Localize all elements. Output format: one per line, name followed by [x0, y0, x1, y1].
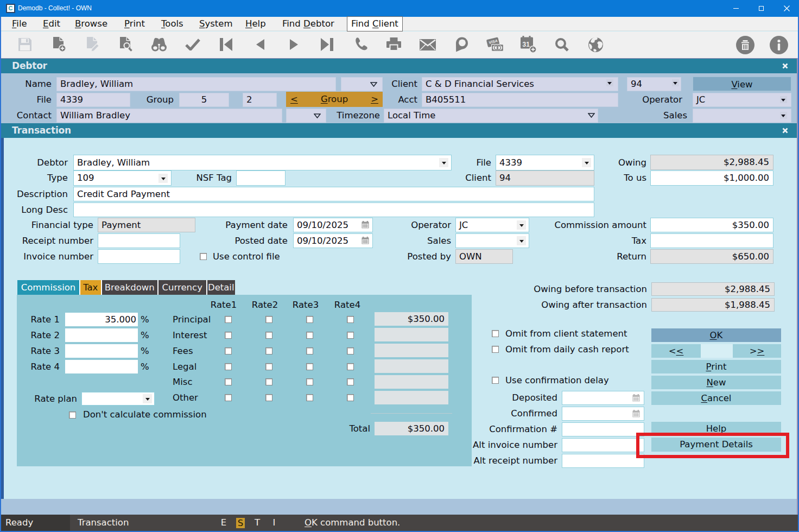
tab-tax[interactable]: Tax — [80, 280, 102, 295]
alt-receipt-field[interactable] — [562, 454, 644, 468]
delete-trash-icon[interactable] — [736, 36, 754, 54]
omit-daily-checkbox[interactable] — [492, 346, 499, 353]
menu-file[interactable]: File — [12, 17, 27, 31]
chevron-down-icon[interactable] — [588, 113, 595, 118]
confirmation-field[interactable] — [562, 422, 644, 436]
next-button[interactable]: >> — [733, 344, 781, 358]
calendar-icon[interactable] — [632, 394, 640, 402]
operator-dropdown-icon[interactable] — [780, 96, 787, 103]
calendar-icon[interactable] — [362, 221, 369, 229]
timezone-combo[interactable]: Local Time — [384, 109, 598, 123]
interest-rate3-checkbox[interactable] — [306, 332, 313, 339]
web-host-icon[interactable] — [588, 37, 604, 53]
tab-commission[interactable]: Commission — [17, 280, 79, 295]
debtor-close-icon[interactable] — [782, 59, 788, 73]
information-icon[interactable] — [770, 36, 788, 54]
txn-debtor-combo[interactable]: Bradley, William — [73, 155, 452, 170]
fees-rate3-checkbox[interactable] — [306, 347, 313, 354]
other-rate4-checkbox[interactable] — [347, 394, 354, 401]
group-field-2[interactable]: 2 — [243, 93, 277, 107]
rate2-input[interactable] — [65, 328, 138, 342]
sales-dropdown-icon[interactable] — [780, 112, 787, 119]
prev-button[interactable]: << — [651, 344, 701, 358]
menu-browse[interactable]: Browse — [75, 17, 107, 31]
misc-rate3-checkbox[interactable] — [306, 378, 313, 385]
view-button[interactable]: View — [693, 77, 791, 91]
file-field[interactable]: 4339 — [56, 93, 130, 107]
tous-field[interactable]: $1,000.00 — [650, 170, 773, 186]
close-button[interactable] — [774, 0, 799, 17]
rate1-input[interactable]: 35.000 — [65, 313, 138, 326]
fees-rate2-checkbox[interactable] — [265, 347, 272, 354]
search-icon[interactable] — [555, 37, 569, 52]
new-button[interactable]: New — [651, 376, 781, 389]
interest-rate1-checkbox[interactable] — [225, 332, 232, 339]
principal-rate3-checkbox[interactable] — [306, 316, 313, 323]
acct-field[interactable]: B405511 — [422, 93, 618, 107]
find-document-icon[interactable] — [118, 36, 134, 53]
other-rate1-checkbox[interactable] — [225, 394, 232, 401]
contact-field[interactable]: William Bradley — [56, 109, 282, 123]
group-field-1[interactable]: 5 — [179, 93, 229, 107]
legal-rate4-checkbox[interactable] — [347, 363, 354, 370]
rate4-input[interactable] — [65, 360, 138, 373]
client-number-dropdown-icon[interactable] — [672, 79, 679, 86]
tax-field[interactable] — [650, 233, 773, 248]
txn-file-dropdown[interactable] — [582, 158, 591, 167]
longdesc-field[interactable] — [73, 202, 594, 217]
legal-rate2-checkbox[interactable] — [265, 363, 272, 370]
credit-cards-icon[interactable]: VISA — [486, 37, 504, 52]
type-dropdown[interactable] — [158, 174, 168, 183]
binoculars-icon[interactable] — [151, 37, 167, 52]
name-field[interactable]: Bradley, William — [56, 77, 336, 91]
email-icon[interactable] — [420, 39, 436, 50]
interest-rate2-checkbox[interactable] — [265, 332, 272, 339]
last-record-icon[interactable] — [321, 38, 333, 51]
group-button[interactable]: < Group > — [286, 92, 383, 107]
txn-sales-dropdown[interactable] — [517, 236, 526, 245]
posteddate-field[interactable]: 09/10/2025 — [293, 233, 373, 248]
interest-rate4-checkbox[interactable] — [347, 332, 354, 339]
txn-file-combo[interactable]: 4339 — [496, 155, 594, 170]
previous-record-icon[interactable] — [256, 39, 264, 50]
phone-icon[interactable] — [353, 37, 367, 52]
print-icon[interactable] — [386, 37, 401, 52]
principal-rate1-checkbox[interactable] — [225, 316, 232, 323]
menu-edit[interactable]: Edit — [43, 17, 60, 31]
principal-rate4-checkbox[interactable] — [347, 316, 354, 323]
client-field[interactable]: C & D Financial Services — [422, 77, 618, 91]
menu-find-debtor[interactable]: Find Debtor — [282, 17, 334, 31]
misc-rate4-checkbox[interactable] — [347, 378, 354, 385]
menu-print[interactable]: Print — [124, 17, 145, 31]
omit-client-checkbox[interactable] — [492, 330, 499, 337]
misc-rate1-checkbox[interactable] — [225, 378, 232, 385]
commamt-field[interactable]: $350.00 — [650, 218, 773, 232]
balloon-icon[interactable] — [455, 37, 469, 53]
maximize-button[interactable] — [749, 0, 774, 17]
first-record-icon[interactable] — [220, 38, 232, 51]
save-icon[interactable] — [17, 37, 33, 52]
edit-document-icon[interactable] — [85, 36, 101, 53]
ok-button[interactable]: OK — [651, 328, 781, 342]
operator-combo[interactable]: JC — [693, 93, 791, 107]
receipt-field[interactable] — [98, 233, 180, 248]
txn-debtor-dropdown[interactable] — [439, 158, 448, 167]
other-rate2-checkbox[interactable] — [265, 394, 272, 401]
misc-rate2-checkbox[interactable] — [265, 378, 272, 385]
alt-invoice-field[interactable] — [562, 438, 644, 452]
type-combo[interactable]: 109 — [73, 170, 172, 186]
txn-operator-dropdown[interactable] — [517, 220, 526, 230]
minimize-button[interactable] — [724, 0, 749, 17]
new-document-icon[interactable] — [51, 36, 67, 53]
legal-rate1-checkbox[interactable] — [225, 363, 232, 370]
useconf-checkbox[interactable] — [492, 377, 499, 384]
invoice-field[interactable] — [98, 249, 180, 264]
client-dropdown-icon[interactable] — [606, 79, 613, 86]
calendar-icon[interactable] — [632, 410, 640, 417]
dontcalc-checkbox[interactable] — [69, 411, 76, 419]
rateplan-dropdown[interactable] — [143, 394, 152, 403]
fees-rate4-checkbox[interactable] — [347, 347, 354, 354]
schedule-event-icon[interactable]: 31 — [520, 36, 538, 54]
tab-currency[interactable]: Currency — [158, 280, 207, 295]
menu-system[interactable]: System — [199, 17, 233, 31]
